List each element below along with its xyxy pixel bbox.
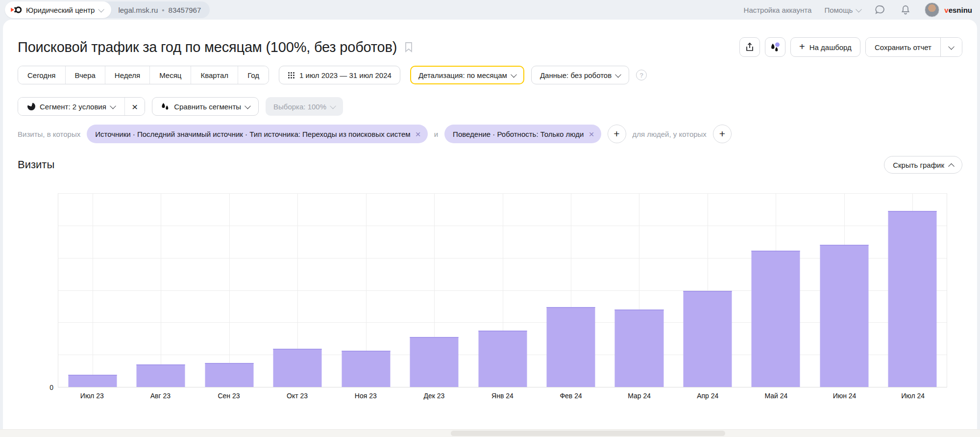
bookmark-icon[interactable] [404,42,414,52]
and-label: и [434,130,438,138]
segment-group: Сегмент: 2 условия × [18,97,145,116]
add-to-dashboard-button[interactable]: + На дашборд [790,37,860,57]
chevron-down-icon [856,6,862,12]
date-range-button[interactable]: 1 июл 2023 — 31 июл 2024 [279,66,400,84]
account-settings-link[interactable]: Настройка аккаунта [744,6,812,14]
chevron-down-icon [245,103,251,109]
chart-column [879,193,947,387]
compare-segments-button[interactable]: Сравнить сегменты [152,97,259,116]
save-report-split-button: Сохранить отчет [865,37,962,57]
chart-column [742,193,810,387]
counter-number: 83457967 [169,6,201,14]
segment-button[interactable]: Сегмент: 2 условия [18,98,124,115]
y-axis-zero-tick: 0 [38,384,53,391]
bar-май-24[interactable] [752,251,800,387]
username: vesninu [944,6,972,14]
chart-column [468,193,537,387]
chart-column [605,193,673,387]
bar-дек-23[interactable] [410,337,459,387]
chevron-down-icon [511,71,517,77]
sampling-button[interactable]: Выборка: 100% [266,97,343,116]
report-card: Поисковой трафик за год по месяцам (100%… [3,20,977,429]
detalization-label: Детализация: по месяцам [418,71,507,79]
save-report-button[interactable]: Сохранить отчет [866,38,940,56]
x-axis-tick-label: Май 24 [742,392,810,400]
x-axis-labels: Июл 23Авг 23Сен 23Окт 23Ноя 23Дек 23Янв … [58,392,947,400]
condition-chip-source[interactable]: Источники · Последний значимый источник … [87,125,428,143]
visits-bar-chart: 0 Июл 23Авг 23Сен 23Окт 23Ноя 23Дек 23Ян… [58,193,947,400]
period-button-4[interactable]: Месяц [149,66,191,84]
period-button-6[interactable]: Год [238,66,269,84]
remove-condition-icon[interactable]: × [588,129,594,139]
calendar-dots-icon [288,72,295,79]
add-visit-condition-button[interactable]: + [608,125,626,143]
separator-dot: • [162,6,164,14]
x-axis-tick-label: Окт 23 [263,392,332,400]
v-gridline [161,193,161,387]
pie-segment-icon [27,103,35,110]
segment-clear-button[interactable]: × [124,98,145,115]
bar-янв-24[interactable] [478,331,527,387]
bar-ноя-23[interactable] [342,351,390,387]
chart-column [195,193,263,387]
condition-chip-robots[interactable]: Поведение · Роботность: Только люди × [444,125,601,143]
chart-plot-area: 0 [58,193,947,387]
data-mode-button[interactable]: Данные: без роботов [531,66,629,84]
counter-id[interactable]: legal.msk.ru • 83457967 [111,6,210,14]
bar-июл-23[interactable] [68,375,117,387]
topbar-right: Настройка аккаунта Помощь vesninu [744,2,972,17]
top-bar: Юридический центр legal.msk.ru • 8345796… [0,0,980,20]
bar-сен-23[interactable] [205,363,253,387]
bar-мар-24[interactable] [615,309,663,387]
close-icon: × [132,102,138,112]
help-label: Помощь [824,6,853,14]
period-group: СегодняВчераНеделяМесяцКварталГод [18,66,269,84]
segment-filter-row: Сегмент: 2 условия × Сравнить сегменты В… [18,97,962,116]
bar-окт-23[interactable] [273,349,322,387]
chart-column [673,193,741,387]
title-actions: + На дашборд Сохранить отчет [739,37,962,57]
chart-column [126,193,195,387]
condition-chip-label: Источники · Последний значимый источник … [95,130,410,138]
period-button-2[interactable]: Вчера [65,66,105,84]
chart-columns [58,193,947,387]
notifications-bell-icon[interactable] [899,3,912,16]
bar-апр-24[interactable] [683,291,732,387]
save-report-menu-button[interactable] [940,38,962,56]
sampling-label: Выборка: 100% [273,103,326,111]
metric-heading: Визиты [18,158,54,171]
compare-segments-label: Сравнить сегменты [174,103,241,111]
x-axis-tick-label: Июл 23 [58,392,126,400]
counter-group: Юридический центр legal.msk.ru • 8345796… [5,1,210,18]
metrica-logo-icon [11,5,22,15]
hide-chart-button[interactable]: Скрыть график [884,156,962,174]
period-button-3[interactable]: Неделя [105,66,149,84]
bar-июн-24[interactable] [820,245,868,387]
x-axis-tick-label: Янв 24 [468,392,537,400]
x-axis-tick-label: Ноя 23 [331,392,400,400]
ai-insights-button[interactable] [765,37,785,57]
chat-icon[interactable] [874,3,886,16]
user-menu[interactable]: vesninu [925,2,972,17]
chevron-down-icon [110,103,116,109]
bar-авг-23[interactable] [137,364,185,387]
add-people-condition-button[interactable]: + [713,125,732,143]
help-menu[interactable]: Помощь [824,6,861,14]
remove-condition-icon[interactable]: × [416,129,421,139]
chart-column [537,193,605,387]
period-button-1[interactable]: Сегодня [18,66,65,84]
bar-июл-24[interactable] [888,211,937,387]
chart-column [810,193,878,387]
x-axis-tick-label: Июл 24 [879,392,947,400]
period-button-5[interactable]: Квартал [191,66,238,84]
export-button[interactable] [739,37,760,57]
chart-column [400,193,468,387]
visits-in-which-label: Визиты, в которых [18,130,80,138]
detalization-button[interactable]: Детализация: по месяцам [410,66,524,84]
add-to-dashboard-label: На дашборд [809,43,852,51]
help-question-icon[interactable]: ? [636,70,647,80]
v-gridline [93,193,93,387]
horizontal-scrollbar-thumb[interactable] [451,431,725,436]
bar-фев-24[interactable] [547,307,595,387]
counter-selector[interactable]: Юридический центр [5,1,111,18]
